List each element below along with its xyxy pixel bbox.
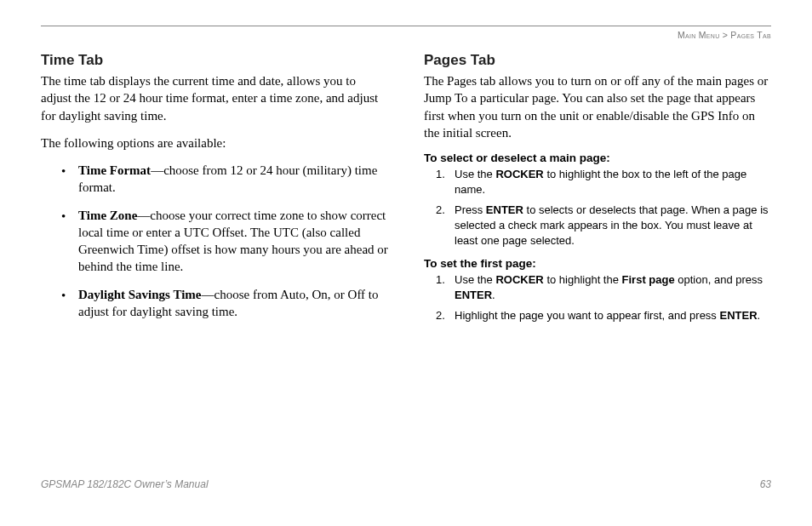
step-text: . bbox=[758, 309, 761, 322]
step-text: Press bbox=[455, 203, 486, 216]
key-enter: ENTER bbox=[719, 309, 757, 322]
page-footer: GPSMAP 182/182C Owner’s Manual 63 bbox=[41, 478, 771, 490]
pages-tab-heading: Pages Tab bbox=[424, 52, 771, 69]
page-number: 63 bbox=[760, 478, 771, 490]
option-time-zone: Time Zone—choose your correct time zone … bbox=[65, 207, 388, 276]
step-item: Use the ROCKER to highlight the box to t… bbox=[443, 167, 771, 197]
breadcrumb-current: Pages Tab bbox=[730, 30, 771, 40]
header-rule bbox=[41, 26, 771, 26]
breadcrumb: Main Menu > Pages Tab bbox=[41, 30, 771, 40]
select-page-heading: To select or deselect a main page: bbox=[424, 152, 771, 164]
pages-tab-intro: The Pages tab allows you to turn on or o… bbox=[424, 72, 771, 141]
first-page-steps: Use the ROCKER to highlight the First pa… bbox=[424, 272, 771, 323]
step-text: option, and press bbox=[675, 273, 763, 286]
time-tab-avail: The following options are available: bbox=[41, 134, 388, 152]
step-text: Use the bbox=[455, 168, 495, 180]
step-item: Press ENTER to selects or deselects that… bbox=[443, 203, 771, 249]
key-enter: ENTER bbox=[455, 289, 492, 301]
step-text: Use the bbox=[455, 273, 495, 286]
first-page-heading: To set the first page: bbox=[424, 257, 771, 270]
step-item: Highlight the page you want to appear fi… bbox=[443, 308, 771, 323]
content-columns: Time Tab The time tab displays the curre… bbox=[41, 52, 771, 332]
option-time-format: Time Format—choose from 12 or 24 hour (m… bbox=[65, 162, 388, 197]
left-column: Time Tab The time tab displays the curre… bbox=[41, 52, 388, 332]
option-term: Daylight Savings Time bbox=[78, 288, 201, 301]
step-item: Use the ROCKER to highlight the First pa… bbox=[443, 272, 771, 303]
key-enter: ENTER bbox=[486, 203, 523, 216]
option-daylight: Daylight Savings Time—choose from Auto, … bbox=[65, 286, 388, 321]
breadcrumb-sep: > bbox=[719, 30, 730, 40]
option-term: Time Zone bbox=[78, 209, 137, 222]
step-text: . bbox=[492, 289, 495, 301]
manual-title: GPSMAP 182/182C Owner’s Manual bbox=[41, 478, 209, 490]
breadcrumb-parent: Main Menu bbox=[678, 30, 720, 40]
step-text: Highlight the page you want to appear fi… bbox=[455, 309, 719, 322]
time-tab-heading: Time Tab bbox=[41, 52, 388, 69]
time-tab-options: Time Format—choose from 12 or 24 hour (m… bbox=[41, 162, 388, 320]
time-tab-intro: The time tab displays the current time a… bbox=[41, 72, 388, 124]
option-term: Time Format bbox=[78, 163, 151, 177]
key-first-page: First page bbox=[622, 273, 675, 286]
key-rocker: ROCKER bbox=[495, 273, 543, 286]
step-text: to highlight the bbox=[544, 273, 622, 286]
right-column: Pages Tab The Pages tab allows you to tu… bbox=[424, 52, 771, 332]
key-rocker: ROCKER bbox=[495, 168, 543, 180]
select-page-steps: Use the ROCKER to highlight the box to t… bbox=[424, 167, 771, 249]
